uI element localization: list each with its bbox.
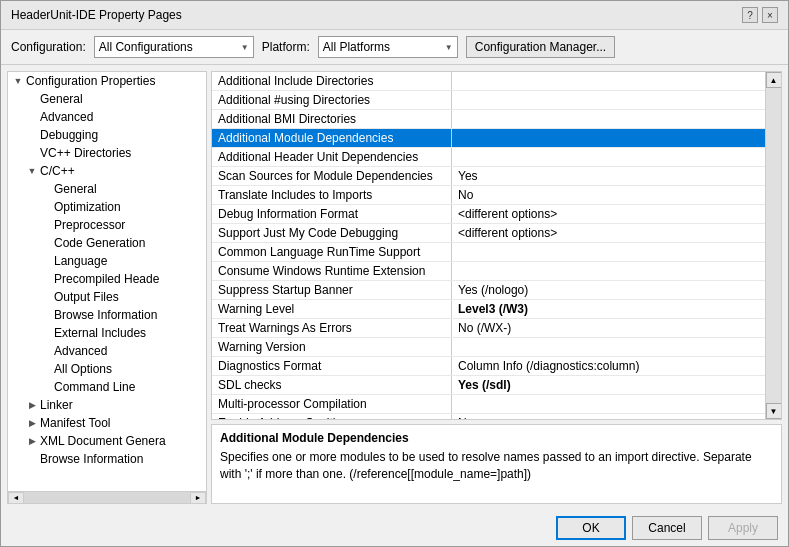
prop-row[interactable]: Multi-processor Compilation: [212, 395, 765, 414]
prop-name: Additional Include Directories: [212, 72, 452, 90]
prop-name: Additional Header Unit Dependencies: [212, 148, 452, 166]
tree-item-general[interactable]: General: [8, 90, 206, 108]
prop-row[interactable]: Scan Sources for Module DependenciesYes: [212, 167, 765, 186]
tree-item-label: All Options: [54, 362, 112, 376]
scroll-up-btn[interactable]: ▲: [766, 72, 782, 88]
tree-item-browse-info[interactable]: Browse Information: [8, 306, 206, 324]
tree-item-preprocessor[interactable]: Preprocessor: [8, 216, 206, 234]
tree-item-all-options[interactable]: All Options: [8, 360, 206, 378]
title-bar: HeaderUnit-IDE Property Pages ? ×: [1, 1, 788, 30]
tree-item-label: Browse Information: [40, 452, 143, 466]
tree-item-label: XML Document Genera: [40, 434, 166, 448]
prop-row[interactable]: Warning LevelLevel3 (/W3): [212, 300, 765, 319]
prop-name: Warning Version: [212, 338, 452, 356]
prop-row[interactable]: Warning Version: [212, 338, 765, 357]
tree-item-label: C/C++: [40, 164, 75, 178]
prop-row[interactable]: Translate Includes to ImportsNo: [212, 186, 765, 205]
tree-item-xml-doc[interactable]: ▶XML Document Genera: [8, 432, 206, 450]
dialog-window: HeaderUnit-IDE Property Pages ? × Config…: [0, 0, 789, 547]
configuration-select[interactable]: All Configurations ▼: [94, 36, 254, 58]
tree-expand-icon: ▶: [26, 435, 38, 447]
prop-name: Additional Module Dependencies: [212, 129, 452, 147]
tree-item-label: Language: [54, 254, 107, 268]
tree-item-manifest-tool[interactable]: ▶Manifest Tool: [8, 414, 206, 432]
prop-row[interactable]: Additional #using Directories: [212, 91, 765, 110]
prop-row[interactable]: SDL checksYes (/sdl): [212, 376, 765, 395]
tree-item-label: Linker: [40, 398, 73, 412]
left-panel: ▼Configuration Properties General Advanc…: [7, 71, 207, 504]
tree-expand-icon: ▶: [26, 417, 38, 429]
help-button[interactable]: ?: [742, 7, 758, 23]
prop-row[interactable]: Enable Address SanitizerNo: [212, 414, 765, 419]
prop-name: Warning Level: [212, 300, 452, 318]
prop-row[interactable]: Additional BMI Directories: [212, 110, 765, 129]
prop-value: Column Info (/diagnostics:column): [452, 357, 765, 375]
scroll-left-btn[interactable]: ◄: [8, 492, 24, 504]
config-bar: Configuration: All Configurations ▼ Plat…: [1, 30, 788, 65]
tree-item-advanced[interactable]: Advanced: [8, 108, 206, 126]
prop-value: No: [452, 186, 765, 204]
horizontal-scrollbar[interactable]: ◄ ►: [8, 491, 206, 503]
tree-item-label: Precompiled Heade: [54, 272, 159, 286]
platform-select[interactable]: All Platforms ▼: [318, 36, 458, 58]
prop-row[interactable]: Suppress Startup BannerYes (/nologo): [212, 281, 765, 300]
tree-item-browse-info2[interactable]: Browse Information: [8, 450, 206, 468]
prop-row[interactable]: Treat Warnings As ErrorsNo (/WX-): [212, 319, 765, 338]
tree-item-label: General: [40, 92, 83, 106]
prop-name: Consume Windows Runtime Extension: [212, 262, 452, 280]
tree-item-label: VC++ Directories: [40, 146, 131, 160]
tree-item-output-files[interactable]: Output Files: [8, 288, 206, 306]
scroll-track[interactable]: [24, 492, 190, 504]
config-manager-button[interactable]: Configuration Manager...: [466, 36, 615, 58]
prop-row[interactable]: Additional Module Dependencies: [212, 129, 765, 148]
config-dropdown-icon: ▼: [241, 43, 249, 52]
tree-item-cpp-general[interactable]: General: [8, 180, 206, 198]
right-panel: Additional Include DirectoriesAdditional…: [211, 71, 782, 504]
tree-item-language[interactable]: Language: [8, 252, 206, 270]
tree-item-ext-includes[interactable]: External Includes: [8, 324, 206, 342]
prop-value: [452, 402, 765, 406]
tree-item-config-props[interactable]: ▼Configuration Properties: [8, 72, 206, 90]
tree-item-precompiled[interactable]: Precompiled Heade: [8, 270, 206, 288]
scroll-right-btn[interactable]: ►: [190, 492, 206, 504]
cancel-button[interactable]: Cancel: [632, 516, 702, 540]
props-scroll[interactable]: Additional Include DirectoriesAdditional…: [212, 72, 765, 419]
prop-value: No (/WX-): [452, 319, 765, 337]
tree-item-command-line[interactable]: Command Line: [8, 378, 206, 396]
tree-item-label: Manifest Tool: [40, 416, 110, 430]
tree-item-cpp[interactable]: ▼C/C++: [8, 162, 206, 180]
prop-value: [452, 250, 765, 254]
tree-item-optimization[interactable]: Optimization: [8, 198, 206, 216]
prop-name: Multi-processor Compilation: [212, 395, 452, 413]
prop-row[interactable]: Additional Include Directories: [212, 72, 765, 91]
bottom-bar: OK Cancel Apply: [1, 510, 788, 546]
tree-item-linker[interactable]: ▶Linker: [8, 396, 206, 414]
tree-item-label: Debugging: [40, 128, 98, 142]
tree-item-advanced2[interactable]: Advanced: [8, 342, 206, 360]
prop-row[interactable]: Diagnostics FormatColumn Info (/diagnost…: [212, 357, 765, 376]
prop-row[interactable]: Debug Information Format<different optio…: [212, 205, 765, 224]
tree-item-debugging[interactable]: Debugging: [8, 126, 206, 144]
tree-item-vc-dirs[interactable]: VC++ Directories: [8, 144, 206, 162]
prop-row[interactable]: Consume Windows Runtime Extension: [212, 262, 765, 281]
prop-name: Diagnostics Format: [212, 357, 452, 375]
info-box: Additional Module Dependencies Specifies…: [211, 424, 782, 504]
scroll-down-btn[interactable]: ▼: [766, 403, 782, 419]
apply-button[interactable]: Apply: [708, 516, 778, 540]
prop-name: Common Language RunTime Support: [212, 243, 452, 261]
ok-button[interactable]: OK: [556, 516, 626, 540]
tree-item-label: Preprocessor: [54, 218, 125, 232]
prop-row[interactable]: Support Just My Code Debugging<different…: [212, 224, 765, 243]
tree-item-label: Browse Information: [54, 308, 157, 322]
v-scroll-track[interactable]: [766, 88, 781, 403]
vertical-scrollbar[interactable]: ▲ ▼: [765, 72, 781, 419]
tree-item-code-gen[interactable]: Code Generation: [8, 234, 206, 252]
prop-value: Yes (/nologo): [452, 281, 765, 299]
prop-row[interactable]: Additional Header Unit Dependencies: [212, 148, 765, 167]
prop-row[interactable]: Common Language RunTime Support: [212, 243, 765, 262]
tree-container[interactable]: ▼Configuration Properties General Advanc…: [8, 72, 206, 491]
prop-value: [452, 269, 765, 273]
tree-item-label: Advanced: [54, 344, 107, 358]
prop-name: Suppress Startup Banner: [212, 281, 452, 299]
close-button[interactable]: ×: [762, 7, 778, 23]
